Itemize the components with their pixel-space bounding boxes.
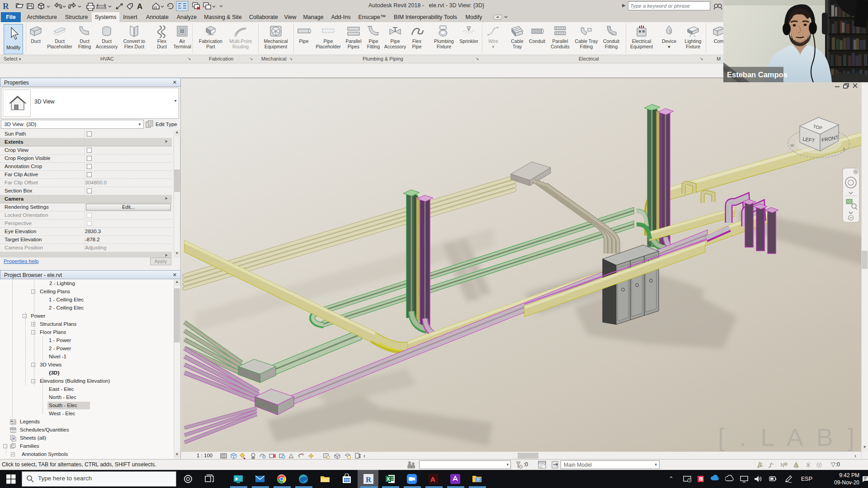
svg-text:X: X [387,476,390,482]
svg-text:R: R [366,475,372,484]
svg-text:[ . L A B ]: [ . L A B ] [718,423,858,451]
svg-text:W: W [790,143,794,148]
svg-text:A: A [137,2,142,11]
svg-text:Esteban Campos: Esteban Campos [727,70,788,79]
svg-text:A: A [430,475,435,483]
svg-text:S: S [843,147,845,151]
svg-text:R: R [3,1,9,11]
svg-text:1: 1 [700,477,702,481]
